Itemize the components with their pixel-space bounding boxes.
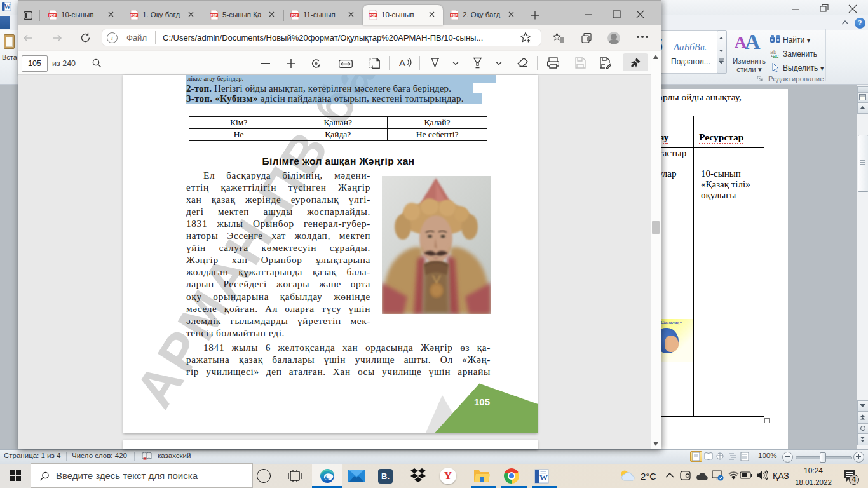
svg-text:ac: ac — [773, 53, 779, 58]
svg-text:PDF: PDF — [130, 13, 137, 17]
svg-text:PDF: PDF — [451, 13, 457, 17]
svg-text:105: 105 — [474, 396, 490, 407]
svg-text:W: W — [539, 473, 548, 482]
svg-text:W: W — [4, 3, 11, 10]
svg-text:PDF: PDF — [369, 13, 376, 17]
svg-text:PDF: PDF — [210, 13, 217, 17]
svg-text:PDF: PDF — [49, 13, 55, 17]
svg-text:PDF: PDF — [291, 13, 297, 17]
svg-text:A: A — [399, 57, 405, 68]
